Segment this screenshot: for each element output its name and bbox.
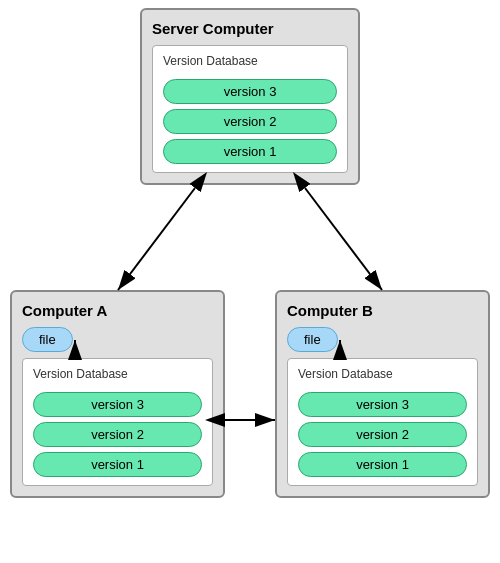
computer-a-title: Computer A (22, 302, 213, 319)
computer-b-version-db: Version Database version 3 version 2 ver… (287, 358, 478, 486)
server-title: Server Computer (152, 20, 348, 37)
computer-a-version-1: version 1 (33, 452, 202, 477)
computer-a-version-2: version 2 (33, 422, 202, 447)
computer-a-version-3: version 3 (33, 392, 202, 417)
computer-a-file: file (22, 327, 73, 352)
computer-b-version-1: version 1 (298, 452, 467, 477)
computer-b-version-2: version 2 (298, 422, 467, 447)
server-version-3: version 3 (163, 79, 337, 104)
computer-a-version-db: Version Database version 3 version 2 ver… (22, 358, 213, 486)
computer-b-box: Computer B file Version Database version… (275, 290, 490, 498)
arrow-server-to-a (118, 188, 195, 290)
arrow-server-to-b (305, 188, 382, 290)
computer-b-version-3: version 3 (298, 392, 467, 417)
server-db-label: Version Database (163, 54, 337, 68)
computer-b-file: file (287, 327, 338, 352)
server-version-2: version 2 (163, 109, 337, 134)
diagram-container: Server Computer Version Database version… (0, 0, 500, 563)
server-version-1: version 1 (163, 139, 337, 164)
computer-a-box: Computer A file Version Database version… (10, 290, 225, 498)
server-version-db: Version Database version 3 version 2 ver… (152, 45, 348, 173)
computer-b-db-label: Version Database (298, 367, 467, 381)
server-computer-box: Server Computer Version Database version… (140, 8, 360, 185)
computer-a-db-label: Version Database (33, 367, 202, 381)
computer-b-title: Computer B (287, 302, 478, 319)
